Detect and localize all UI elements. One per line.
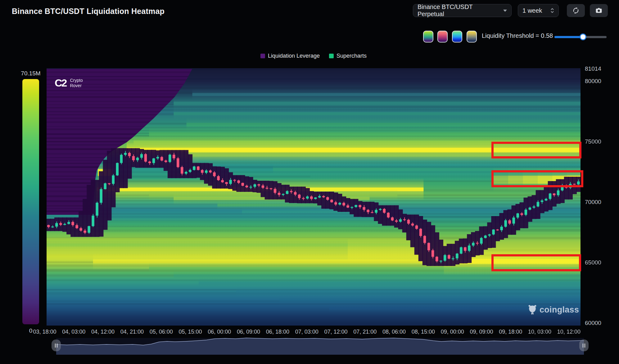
price-axis-tick: 60000 [585,320,601,326]
slider-fill [554,36,583,38]
time-axis-tick: 06, 18:00 [266,329,289,335]
legend: Liquidation Leverage Supercharts [260,53,367,59]
legend-marker [329,54,334,58]
time-axis-tick: 04, 21:00 [120,329,144,335]
time-axis-tick: 07, 03:00 [295,329,319,335]
coinglass-text: coinglass [540,305,579,315]
time-axis-tick: 04, 12:00 [91,329,115,335]
palette-swatch-cividis[interactable] [467,31,477,42]
palette-swatch-viridis[interactable] [423,31,433,42]
timeframe-select[interactable]: 1 week [518,4,559,17]
time-axis-tick: 05, 15:00 [178,329,202,335]
colorbar-min-label: 0 [29,327,33,334]
palette-swatch-magma[interactable] [437,31,448,42]
time-axis-tick: 04, 03:00 [62,329,85,335]
slider-thumb[interactable] [580,33,586,40]
page-title: Binance BTC/USDT Liquidation Heatmap [12,7,165,16]
legend-marker [260,54,265,58]
screenshot-button[interactable] [590,4,608,17]
time-axis-tick: 09, 18:00 [499,329,522,335]
crypto-rover-watermark: C2 Crypto Rover [55,77,83,89]
coinglass-bull-icon [528,304,537,315]
price-axis-tick: 70000 [585,199,601,206]
chevron-down-icon [503,10,507,12]
legend-label: Liquidation Leverage [268,53,320,59]
time-axis-tick: 09, 00:00 [441,329,464,335]
time-axis-tick: 03, 18:00 [33,329,56,335]
liquidity-annotation-box [491,170,584,187]
refresh-button[interactable] [567,4,585,17]
legend-label: Supercharts [337,53,367,59]
liquidity-colorbar [22,79,39,324]
crypto-rover-text: Crypto Rover [70,78,83,88]
navigator-left-handle[interactable] [52,340,61,351]
time-axis-tick: 10, 03:00 [528,329,551,335]
liquidation-heatmap-app: Binance BTC/USDT Liquidation Heatmap Bin… [0,0,619,364]
legend-item-liquidation-leverage[interactable]: Liquidation Leverage [260,53,320,59]
time-axis-tick: 08, 15:00 [412,329,435,335]
palette-swatch-jet[interactable] [452,31,462,42]
timeframe-label: 1 week [522,7,542,14]
time-axis-tick: 07, 12:00 [324,329,347,335]
colorbar-max-label: 70.15M [21,70,40,77]
stepper-icon [550,7,554,14]
time-axis-tick: 09, 09:00 [470,329,493,335]
time-axis-tick: 06, 09:00 [237,329,260,335]
time-axis-tick: 07, 21:00 [353,329,377,335]
navigator-right-handle[interactable] [579,340,589,351]
price-axis-tick: 65000 [585,259,601,266]
coinglass-watermark: coinglass [528,304,579,315]
liquidity-annotation-box [491,254,581,271]
heatmap-chart[interactable] [47,68,581,326]
liquidity-threshold-label: Liquidity Threshold = 0.58 [482,32,553,39]
price-axis-tick: 80000 [585,78,601,85]
price-axis-tick: 75000 [585,138,601,145]
refresh-icon [572,7,580,14]
symbol-dropdown[interactable]: Binance BTC/USDT Perpetual [413,4,512,17]
time-axis-tick: 05, 06:00 [150,329,173,335]
legend-item-supercharts[interactable]: Supercharts [329,53,367,59]
navigator-chart[interactable] [47,335,588,358]
time-axis-tick: 10, 12:00 [557,329,581,335]
camera-icon [595,7,603,14]
crypto-rover-monogram-icon: C2 [55,77,66,89]
time-axis-tick: 08, 06:00 [382,329,406,335]
price-axis-tick: 81014 [585,65,601,72]
liquidity-annotation-box [491,142,582,158]
time-axis-tick: 06, 00:00 [208,329,231,335]
symbol-dropdown-label: Binance BTC/USDT Perpetual [418,3,499,18]
